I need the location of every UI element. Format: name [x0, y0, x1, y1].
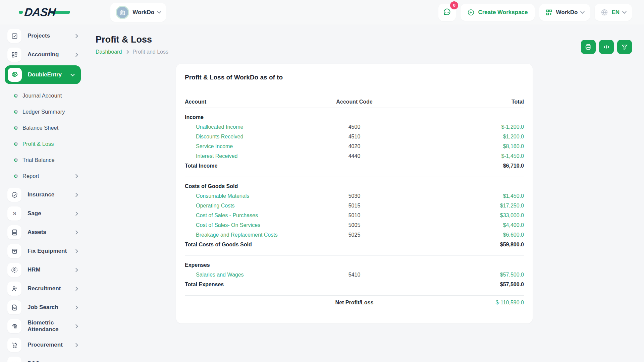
doubleentry-submenu: Journal AccountLedger SummaryBalance She…: [0, 85, 86, 185]
sidebar-item-doubleentry[interactable]: DoubleEntry: [5, 65, 81, 84]
section-total-value: $6,710.0: [411, 163, 524, 169]
sidebar-item-fix-equipment[interactable]: Fix Equipment: [0, 242, 86, 260]
account-link[interactable]: Salaries and Wages: [185, 272, 298, 278]
filter-button[interactable]: [617, 40, 632, 54]
section-total-row: Total Income$6,710.0: [185, 161, 524, 171]
sidebar-item-projects[interactable]: Projects: [0, 26, 86, 45]
top-header: DASH WorkDo 0 Create Workspace: [0, 0, 644, 24]
section-total-label: Total Costs of Goods Sold: [185, 242, 298, 248]
account-link[interactable]: Breakage and Replacement Costs: [185, 232, 298, 238]
chevron-right-icon: [74, 230, 78, 235]
account-link[interactable]: Operating Costs: [185, 203, 298, 209]
column-header-total: Total: [411, 99, 524, 105]
sidebar-item-job-search[interactable]: Job Search: [0, 298, 86, 317]
person-plus-icon: [7, 282, 21, 296]
bullet-icon: [13, 174, 18, 178]
sidebar-item-hrm[interactable]: HRM: [0, 260, 86, 279]
messages-count-badge: 0: [450, 1, 458, 9]
chevron-down-icon: [70, 72, 75, 76]
bullet-icon: [13, 93, 18, 98]
submenu-item-ledger-summary[interactable]: Ledger Summary: [0, 104, 86, 120]
cart-icon: [7, 338, 21, 352]
app-logo[interactable]: DASH: [19, 6, 70, 19]
chevron-down-icon: [622, 9, 627, 14]
print-button[interactable]: [581, 40, 596, 54]
submenu-item-profit-loss[interactable]: Profit & Loss: [0, 136, 86, 152]
breadcrumb-dashboard-link[interactable]: Dashboard: [96, 49, 122, 55]
submenu-item-trial-balance[interactable]: Trial Balance: [0, 152, 86, 168]
sidebar-item-procurement[interactable]: Procurement: [0, 336, 86, 354]
grid-plus-icon: [7, 48, 21, 62]
chevron-down-icon: [581, 9, 585, 14]
breadcrumb: Dashboard Profit and Loss: [96, 49, 168, 55]
submenu-item-label: Profit & Loss: [22, 141, 77, 147]
account-link[interactable]: Unallocated Income: [185, 124, 298, 130]
chevron-right-icon: [125, 50, 129, 54]
chevron-right-icon: [74, 212, 78, 216]
checkbox-icon: [7, 29, 21, 43]
column-header-account-code: Account Code: [298, 99, 411, 105]
sidebar-item-label: POS: [28, 360, 68, 362]
submenu-item-journal-account[interactable]: Journal Account: [0, 87, 86, 104]
account-link[interactable]: Cost of Sales- On Services: [185, 222, 298, 228]
account-total: $17,250.0: [411, 203, 524, 209]
account-row: Operating Costs5015$17,250.0: [185, 201, 524, 210]
sidebar-item-accounting[interactable]: Accounting: [0, 45, 86, 64]
submenu-item-label: Balance Sheet: [22, 125, 77, 131]
account-row: Salaries and Wages5410$57,500.0: [185, 270, 524, 280]
account-code: 4500: [298, 124, 411, 130]
chevron-right-icon: [74, 268, 78, 272]
account-total: $1,200.0: [411, 134, 524, 140]
section-total-value: $59,800.0: [411, 242, 524, 248]
sidebar-item-sage[interactable]: SSage: [0, 204, 86, 223]
account-link[interactable]: Interest Received: [185, 153, 298, 159]
language-dropdown[interactable]: EN: [595, 4, 632, 21]
sidebar-item-biometric-attendance[interactable]: Biometric Attendance: [0, 317, 86, 336]
account-row: Cost of Sales - Purchases5010$33,000.0: [185, 210, 524, 220]
calculator-icon: [7, 225, 21, 239]
archive-box-icon: [7, 244, 21, 258]
submenu-item-report[interactable]: Report: [0, 168, 86, 184]
account-code: 4020: [298, 143, 411, 149]
shield-check-icon: [7, 188, 21, 202]
messages-button[interactable]: 0: [438, 4, 456, 21]
submenu-item-label: Report: [22, 173, 70, 179]
create-workspace-button[interactable]: Create Workspace: [461, 4, 534, 21]
account-code: 5015: [298, 203, 411, 209]
section-header-row: Income: [185, 112, 524, 122]
workspace-name: WorkDo: [132, 9, 154, 16]
account-link[interactable]: Discounts Received: [185, 134, 298, 140]
building-icon: [119, 9, 126, 16]
section-header-row: Costs of Goods Sold: [185, 181, 524, 191]
account-link[interactable]: Service Income: [185, 143, 298, 149]
sidebar-item-insurance[interactable]: Insurance: [0, 185, 86, 204]
section-title: Expenses: [185, 262, 298, 268]
export-button[interactable]: [599, 40, 614, 54]
workspace-selector[interactable]: WorkDo: [110, 3, 166, 22]
sidebar-item-label: Recruitment: [28, 285, 68, 292]
sidebar-item-assets[interactable]: Assets: [0, 223, 86, 242]
account-code: 5005: [298, 222, 411, 228]
breadcrumb-current: Profit and Loss: [132, 49, 168, 55]
sidebar-item-label: DoubleEntry: [28, 71, 65, 78]
column-header-account: Account: [185, 99, 298, 105]
sidebar-item-label: Accounting: [28, 51, 68, 58]
workdo-dropdown[interactable]: WorkDo: [539, 4, 590, 21]
account-total: $-1,450.0: [411, 153, 524, 159]
account-row: Service Income4020$8,160.0: [185, 141, 524, 151]
sidebar-item-recruitment[interactable]: Recruitment: [0, 279, 86, 298]
net-profit-loss-row: Net Profit/Loss$-110,590.0: [185, 295, 524, 310]
submenu-item-balance-sheet[interactable]: Balance Sheet: [0, 120, 86, 136]
profit-loss-table: AccountAccount CodeTotalIncomeUnallocate…: [185, 96, 524, 310]
code-icon: [603, 43, 610, 51]
account-row: Interest Received4440$-1,450.0: [185, 151, 524, 161]
chevron-right-icon: [74, 34, 78, 38]
account-link[interactable]: Consumable Materials: [185, 193, 298, 199]
grid-plus-icon: [545, 9, 553, 16]
bullet-icon: [13, 158, 18, 162]
sidebar-item-pos[interactable]: POS: [0, 354, 86, 362]
account-link[interactable]: Cost of Sales - Purchases: [185, 213, 298, 219]
section-title: Income: [185, 114, 298, 120]
fingerprint-icon: [7, 319, 21, 333]
chevron-right-icon: [74, 193, 78, 197]
